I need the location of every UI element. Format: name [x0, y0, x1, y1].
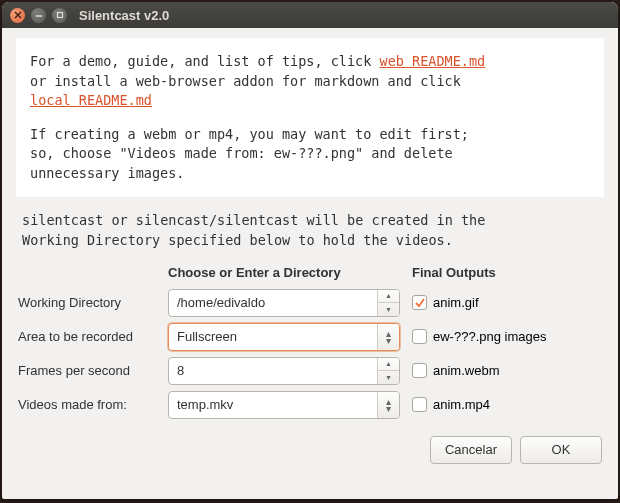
header-outputs: Final Outputs — [408, 265, 602, 280]
content-area: For a demo, guide, and list of tips, cli… — [2, 28, 618, 499]
intro-line-2: or install a web-browser addon for markd… — [30, 72, 590, 92]
svg-rect-0 — [57, 13, 62, 18]
local-readme-link[interactable]: local README.md — [30, 92, 152, 108]
anim-mp4-label: anim.mp4 — [433, 397, 490, 412]
chevron-up-icon[interactable]: ▲ — [378, 358, 399, 372]
anim-webm-label: anim.webm — [433, 363, 499, 378]
ew-png-checkbox[interactable] — [412, 329, 427, 344]
dialog-buttons: Cancelar OK — [16, 422, 604, 464]
working-directory-label: Working Directory — [18, 295, 160, 310]
area-combobox[interactable]: Fullscreen ▴▾ — [168, 323, 400, 351]
videos-from-combobox[interactable]: temp.mkv ▴▾ — [168, 391, 400, 419]
intro-line-6: unnecessary images. — [30, 164, 590, 184]
row-area: Area to be recorded Fullscreen ▴▾ ew-???… — [16, 320, 604, 354]
spin-arrows[interactable]: ▲ ▼ — [377, 290, 399, 316]
row-fps: Frames per second 8 ▲ ▼ anim.webm — [16, 354, 604, 388]
note-line-2: Working Directory specified below to hol… — [22, 231, 598, 251]
fps-label: Frames per second — [18, 363, 160, 378]
window-title: Silentcast v2.0 — [79, 8, 169, 23]
anim-mp4-checkbox[interactable] — [412, 397, 427, 412]
row-working-directory: Working Directory /home/edivaldo ▲ ▼ ani… — [16, 286, 604, 320]
anim-gif-label: anim.gif — [433, 295, 479, 310]
chevron-updown-icon[interactable]: ▴▾ — [377, 324, 399, 350]
row-videos-from: Videos made from: temp.mkv ▴▾ anim.mp4 — [16, 388, 604, 422]
minimize-icon[interactable] — [31, 8, 46, 23]
area-label: Area to be recorded — [18, 329, 160, 344]
chevron-down-icon[interactable]: ▼ — [378, 303, 399, 316]
header-directory: Choose or Enter a Directory — [168, 265, 408, 280]
working-directory-input[interactable]: /home/edivaldo ▲ ▼ — [168, 289, 400, 317]
titlebar: Silentcast v2.0 — [2, 2, 618, 28]
spin-arrows[interactable]: ▲ ▼ — [377, 358, 399, 384]
videos-from-value: temp.mkv — [169, 397, 377, 412]
chevron-updown-icon[interactable]: ▴▾ — [377, 392, 399, 418]
cancel-button[interactable]: Cancelar — [430, 436, 512, 464]
working-directory-value: /home/edivaldo — [169, 295, 377, 310]
ok-button[interactable]: OK — [520, 436, 602, 464]
dialog-window: Silentcast v2.0 For a demo, guide, and l… — [2, 2, 618, 499]
web-readme-link[interactable]: web README.md — [380, 53, 486, 69]
note-text: silentcast or silencast/silentcast will … — [16, 197, 604, 256]
anim-gif-checkbox[interactable] — [412, 295, 427, 310]
chevron-down-icon[interactable]: ▼ — [378, 371, 399, 384]
column-headers: Choose or Enter a Directory Final Output… — [16, 257, 604, 286]
ew-png-label: ew-???.png images — [433, 329, 546, 344]
intro-line-5: so, choose "Videos made from: ew-???.png… — [30, 144, 590, 164]
chevron-up-icon[interactable]: ▲ — [378, 290, 399, 304]
intro-line-1a: For a demo, guide, and list of tips, cli… — [30, 53, 380, 69]
anim-webm-checkbox[interactable] — [412, 363, 427, 378]
maximize-icon[interactable] — [52, 8, 67, 23]
fps-value: 8 — [169, 363, 377, 378]
fps-input[interactable]: 8 ▲ ▼ — [168, 357, 400, 385]
close-icon[interactable] — [10, 8, 25, 23]
intro-line-4: If creating a webm or mp4, you may want … — [30, 125, 590, 145]
note-line-1: silentcast or silencast/silentcast will … — [22, 211, 598, 231]
area-value: Fullscreen — [169, 329, 377, 344]
intro-text: For a demo, guide, and list of tips, cli… — [16, 38, 604, 197]
videos-from-label: Videos made from: — [18, 397, 160, 412]
